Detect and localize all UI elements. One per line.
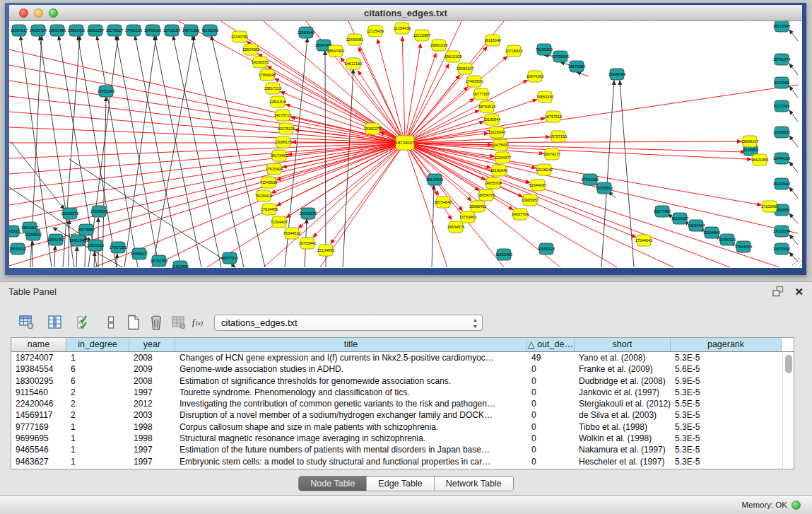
table-cell[interactable]: 1	[66, 421, 129, 433]
table-cell[interactable]: 2	[66, 387, 129, 398]
table-cell[interactable]: 5.6E-5	[671, 363, 782, 375]
table-cell[interactable]: Wolkin et al. (1998)	[575, 433, 671, 444]
table-cell[interactable]: 9699695	[11, 433, 66, 444]
table-cell[interactable]: 22420046	[11, 398, 66, 409]
float-panel-icon[interactable]	[772, 286, 784, 297]
table-cell[interactable]: 9463627	[11, 456, 66, 467]
table-row[interactable]: 1872400712008Changes of HCN gene express…	[11, 352, 794, 363]
table-cell[interactable]: 5.5E-5	[671, 398, 782, 409]
column-header-name[interactable]: name	[11, 338, 66, 351]
function-builder-icon[interactable]: f(x)	[190, 313, 209, 332]
table-cell[interactable]: 49	[527, 352, 575, 363]
tab-network-table[interactable]: Network Table	[434, 477, 513, 491]
merge-rows-icon[interactable]	[101, 313, 120, 332]
table-cell[interactable]: Corpus callosum shape and size in male p…	[175, 421, 527, 433]
table-cell[interactable]: Stergiakouli et al. (2012)	[575, 398, 671, 409]
table-settings-icon[interactable]	[17, 313, 36, 332]
table-cell[interactable]: 1	[66, 456, 129, 467]
column-header-out_de[interactable]: △ out_de…	[527, 338, 575, 351]
table-cell[interactable]: Yano et al. (2008)	[575, 352, 671, 363]
table-cell[interactable]: 2012	[129, 398, 175, 409]
table-cell[interactable]: Structural magnetic resonance image aver…	[175, 433, 527, 444]
table-cell[interactable]: Disruption of a novel member of a sodium…	[175, 409, 527, 421]
show-column-icon[interactable]	[45, 313, 64, 332]
table-cell[interactable]: 14569117	[11, 409, 66, 421]
table-cell[interactable]: 18300295	[11, 375, 66, 387]
table-row[interactable]: 1456911722003Disruption of a novel membe…	[11, 409, 794, 421]
table-cell[interactable]: 19384554	[11, 363, 66, 375]
column-header-year[interactable]: year	[129, 338, 175, 351]
table-cell[interactable]: Tourette syndrome. Phenomenology and cla…	[175, 387, 527, 398]
table-cell[interactable]: 0	[527, 375, 575, 387]
table-cell[interactable]: 6	[66, 375, 129, 387]
delete-table-icon[interactable]	[146, 313, 165, 332]
table-cell[interactable]: 6	[66, 363, 129, 375]
table-cell[interactable]: Tibbo et al. (1998)	[575, 421, 671, 433]
table-cell[interactable]: 5.3E-5	[671, 433, 782, 444]
table-cell[interactable]: Investigating the contribution of common…	[175, 398, 527, 409]
table-cell[interactable]: 2003	[129, 409, 175, 421]
table-selector-dropdown[interactable]: citations_edges.txt ▲▼	[214, 315, 483, 331]
table-cell[interactable]: Hescheler et al. (1997)	[575, 456, 671, 467]
table-cell[interactable]: 2	[66, 398, 129, 409]
column-header-short[interactable]: short	[575, 338, 671, 351]
scrollbar-thumb[interactable]	[785, 355, 792, 373]
table-row[interactable]: 1830029562008Estimation of significance …	[11, 375, 794, 387]
tab-edge-table[interactable]: Edge Table	[366, 477, 433, 491]
table-row[interactable]: 1938455462009Genome-wide association stu…	[11, 363, 794, 375]
table-cell[interactable]: 1997	[129, 444, 175, 455]
table-cell[interactable]: 5.3E-5	[671, 409, 782, 421]
column-header-in_degree[interactable]: in_degree	[66, 338, 129, 351]
table-row[interactable]: 911546021997Tourette syndrome. Phenomeno…	[11, 387, 794, 398]
table-cell[interactable]: Embryonic stem cells: a model to study s…	[175, 456, 527, 467]
table-cell[interactable]: 5.3E-5	[671, 444, 782, 455]
table-row[interactable]: 946362711997Embryonic stem cells: a mode…	[11, 456, 794, 467]
table-row[interactable]: 946554611997Estimation of the future num…	[11, 444, 794, 455]
table-cell[interactable]: 0	[527, 456, 575, 467]
table-cell[interactable]: Jankovic et al. (1997)	[575, 387, 671, 398]
table-cell[interactable]: 2008	[129, 375, 175, 387]
table-row[interactable]: 969969511998Structural magnetic resonanc…	[11, 433, 794, 444]
table-cell[interactable]: de Silva et al. (2003)	[575, 409, 671, 421]
table-cell[interactable]: 2	[66, 409, 129, 421]
table-cell[interactable]: 5.3E-5	[671, 456, 782, 467]
table-cell[interactable]: 0	[527, 409, 575, 421]
table-cell[interactable]: Changes of HCN gene expression and I(f) …	[175, 352, 527, 363]
table-cell[interactable]: 0	[527, 363, 575, 375]
network-graph[interactable]: 1695401724055724230914862069140610653257…	[9, 21, 802, 268]
table-cell[interactable]: 0	[527, 444, 575, 455]
table-cell[interactable]: 5.9E-5	[671, 375, 782, 387]
table-cell[interactable]: 1	[66, 352, 129, 363]
table-cell[interactable]: 2009	[129, 363, 175, 375]
table-cell[interactable]: Nakamura et al. (1997)	[575, 444, 671, 455]
table-cell[interactable]: Estimation of the future numbers of pati…	[175, 444, 527, 455]
table-cell[interactable]: 5.3E-5	[671, 421, 782, 433]
table-cell[interactable]: 1998	[129, 421, 175, 433]
table-cell[interactable]: 1997	[129, 387, 175, 398]
window-titlebar[interactable]: citations_edges.txt	[9, 5, 802, 21]
table-cell[interactable]: 18724007	[11, 352, 66, 363]
table-cell[interactable]: 1998	[129, 433, 175, 444]
new-table-icon[interactable]	[124, 313, 143, 332]
table-cell[interactable]: 0	[527, 398, 575, 409]
window-resize-grip[interactable]	[792, 258, 801, 267]
table-cell[interactable]: 1997	[129, 456, 175, 467]
table-cell[interactable]: 0	[527, 421, 575, 433]
table-cell[interactable]: 9465546	[11, 444, 66, 455]
table-cell[interactable]: 0	[527, 433, 575, 444]
column-header-pagerank[interactable]: pagerank	[671, 338, 782, 351]
select-columns-icon[interactable]	[74, 313, 93, 332]
table-cell[interactable]: Genome-wide association studies in ADHD.	[175, 363, 527, 375]
column-header-title[interactable]: title	[175, 338, 527, 351]
table-cell[interactable]: 5.3E-5	[671, 387, 782, 398]
table-cell[interactable]: 1	[66, 444, 129, 455]
network-canvas[interactable]: 1695401724055724230914862069140610653257…	[9, 21, 802, 268]
table-cell[interactable]: 1	[66, 433, 129, 444]
table-cell[interactable]: 5.3E-5	[671, 352, 782, 363]
table-cell[interactable]: 2008	[129, 352, 175, 363]
table-cell[interactable]: Dudbridge et al. (2008)	[575, 375, 671, 387]
table-row[interactable]: 2242004622012Investigating the contribut…	[11, 398, 794, 409]
table-cell[interactable]: 9777169	[11, 421, 66, 433]
table-row[interactable]: 977716911998Corpus callosum shape and si…	[11, 421, 794, 433]
table-vertical-scrollbar[interactable]	[782, 352, 794, 469]
